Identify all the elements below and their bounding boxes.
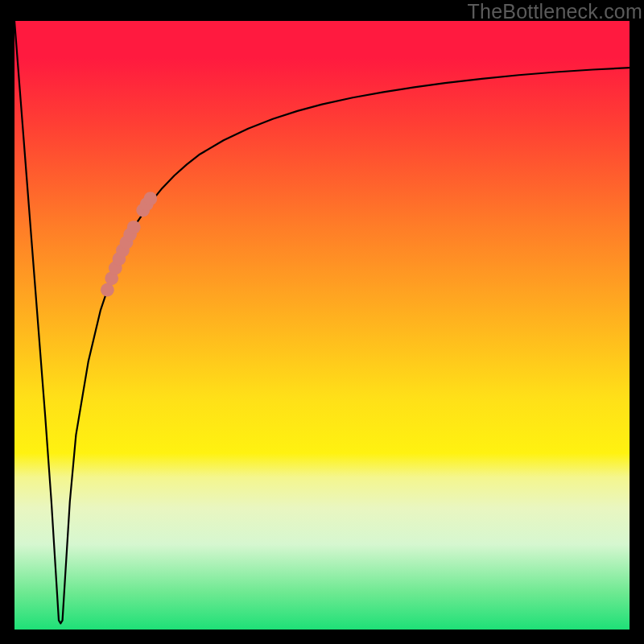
bottleneck-curve <box>14 21 630 623</box>
bottleneck-chart <box>14 21 630 630</box>
highlight-dots <box>101 192 157 296</box>
highlight-dot <box>101 283 114 297</box>
highlight-dot <box>143 192 157 205</box>
chart-frame <box>14 21 630 630</box>
highlight-dot <box>127 221 141 234</box>
watermark-text: TheBottleneck.com <box>468 0 642 23</box>
